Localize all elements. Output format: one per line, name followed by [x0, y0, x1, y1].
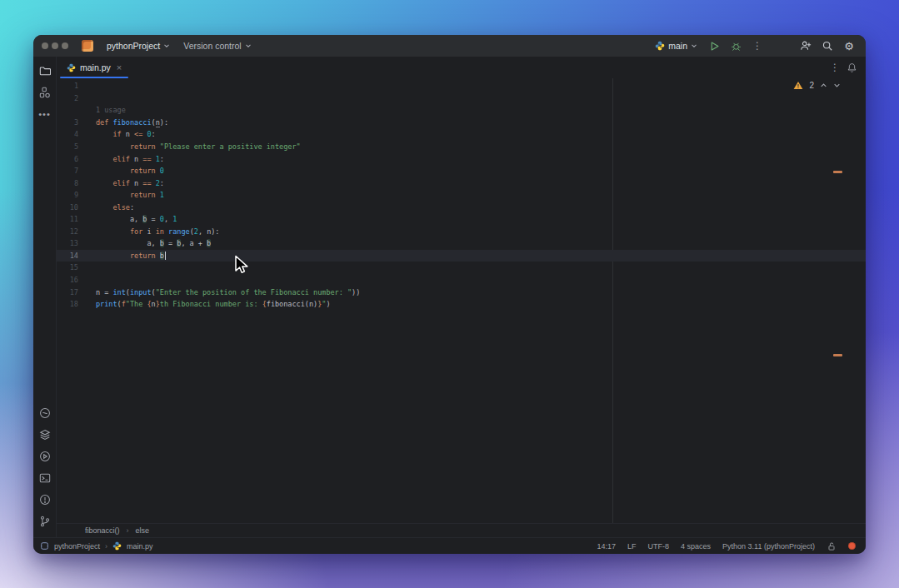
bell-icon[interactable]	[847, 62, 857, 73]
breadcrumb-separator: ›	[127, 526, 129, 535]
breadcrumb-item-fibonacci[interactable]: fibonacci()	[85, 526, 120, 535]
structure-toolwindow-button[interactable]	[36, 83, 54, 102]
line-number[interactable]: 8	[57, 179, 78, 187]
code-line[interactable]: 7 return 0	[57, 165, 866, 177]
code-line[interactable]: 5 return "Please enter a positive intege…	[57, 141, 866, 153]
more-toolwindows-button[interactable]: •••	[36, 105, 54, 123]
python-packages-toolwindow-button[interactable]	[36, 426, 54, 444]
ide-error-badge[interactable]	[848, 542, 856, 550]
line-number[interactable]: 14	[57, 252, 78, 260]
code-line[interactable]: 8 elif n == 2:	[57, 177, 866, 189]
line-number[interactable]: 15	[57, 263, 78, 272]
line-separator-widget[interactable]: LF	[627, 542, 637, 551]
code-token: print	[96, 300, 117, 308]
window-zoom-button[interactable]	[62, 42, 68, 49]
chevron-up-icon[interactable]	[820, 82, 827, 89]
code-token: =	[164, 239, 177, 247]
python-console-toolwindow-button[interactable]	[36, 404, 54, 422]
code-token	[96, 130, 112, 138]
code-line[interactable]: 3def fibonacci(n):	[57, 117, 866, 129]
code-line[interactable]: 9 return 1	[57, 189, 866, 202]
line-number[interactable]: 18	[57, 300, 78, 308]
line-number[interactable]: 6	[57, 155, 78, 163]
code-line[interactable]: 15	[57, 262, 866, 274]
code-line[interactable]: 2	[57, 92, 866, 105]
tab-main-py[interactable]: main.py ×	[60, 57, 128, 78]
code-line[interactable]: 6 elif n == 1:	[57, 152, 866, 165]
python-logo-icon	[112, 541, 122, 551]
add-user-button[interactable]	[797, 37, 814, 54]
code-token	[96, 179, 112, 187]
inlay-hint-row[interactable]: 1 usage	[57, 104, 866, 117]
line-number[interactable]: 4	[57, 130, 78, 138]
code-token: if	[112, 130, 121, 138]
code-line[interactable]: 11 a, b = 0, 1	[57, 213, 866, 226]
code-line[interactable]: 17n = int(input("Enter the position of t…	[57, 286, 866, 298]
terminal-toolwindow-button[interactable]	[36, 469, 54, 487]
line-number[interactable]: 16	[57, 276, 78, 284]
code-token: (	[152, 118, 156, 127]
scrollbar-warning-mark[interactable]	[833, 354, 842, 356]
statusbar-project[interactable]: pythonProject	[54, 542, 100, 551]
code-line[interactable]: 18print(f"The {n}th Fibonacci number is:…	[57, 298, 866, 311]
services-toolwindow-button[interactable]	[36, 447, 54, 466]
search-everywhere-button[interactable]	[819, 37, 836, 54]
line-number[interactable]: 3	[57, 118, 78, 127]
code-line[interactable]: 4 if n <= 0:	[57, 128, 866, 141]
tab-options-button[interactable]: ⋮	[830, 62, 840, 72]
encoding-widget[interactable]: UTF-8	[648, 542, 670, 551]
debug-button[interactable]	[727, 37, 744, 54]
line-number[interactable]: 5	[57, 142, 78, 151]
settings-button[interactable]: ⚙	[841, 37, 857, 54]
version-control-toolwindow-button[interactable]	[36, 512, 54, 531]
run-configuration-selector[interactable]: main	[652, 39, 701, 52]
window-minimize-button[interactable]	[52, 42, 58, 49]
statusbar-file[interactable]: main.py	[127, 542, 153, 551]
code-editor[interactable]: 121 usage3def fibonacci(n):4 if n <= 0:5…	[57, 78, 866, 523]
run-button[interactable]	[706, 37, 722, 54]
chevron-down-icon	[163, 42, 170, 49]
window-close-button[interactable]	[42, 42, 48, 49]
code-token	[96, 252, 130, 260]
caret-position-widget[interactable]: 14:17	[597, 542, 617, 551]
project-selector[interactable]: pythonProject	[102, 38, 175, 53]
interpreter-widget[interactable]: Python 3.11 (pythonProject)	[722, 542, 815, 551]
run-config-name: main	[668, 41, 687, 51]
more-actions-button[interactable]: ⋮	[749, 37, 766, 54]
tabbar-right: ⋮	[830, 57, 866, 78]
ide-window: pythonProject Version control main	[33, 35, 866, 554]
text-caret	[165, 252, 166, 260]
line-number[interactable]: 1	[57, 82, 78, 90]
project-toolwindow-button[interactable]	[36, 62, 54, 80]
code-token: return	[130, 191, 156, 199]
chevron-down-icon[interactable]	[833, 82, 841, 89]
main-area: •••	[33, 57, 866, 537]
vcs-widget[interactable]: Version control	[178, 38, 256, 53]
code-line[interactable]: 10 else:	[57, 201, 866, 213]
line-number[interactable]: 13	[57, 239, 78, 247]
breadcrumb-item-else[interactable]: else	[136, 526, 150, 535]
indent-widget[interactable]: 4 spaces	[681, 542, 711, 551]
debug-icon	[731, 41, 742, 52]
scrollbar-warning-mark[interactable]	[833, 171, 842, 173]
inspection-widget[interactable]: 2	[793, 81, 841, 90]
problems-toolwindow-button[interactable]	[36, 491, 54, 509]
code-line[interactable]: 12 for i in range(2, n):	[57, 226, 866, 238]
lock-icon[interactable]	[827, 541, 837, 551]
line-number[interactable]: 11	[57, 215, 78, 223]
line-number[interactable]: 9	[57, 191, 78, 199]
line-number[interactable]: 10	[57, 203, 78, 212]
code-line[interactable]: 13 a, b = b, a + b	[57, 237, 866, 250]
line-number[interactable]: 12	[57, 227, 78, 236]
code-line[interactable]: 14 return b	[57, 250, 866, 262]
code-token: b	[207, 239, 211, 247]
line-number[interactable]: 7	[57, 167, 78, 175]
code-token: :	[160, 179, 164, 187]
line-number[interactable]: 17	[57, 288, 78, 296]
close-icon[interactable]: ×	[117, 62, 122, 72]
line-number[interactable]: 2	[57, 94, 78, 102]
usage-inlay-hint[interactable]: 1 usage	[96, 106, 126, 114]
code-line[interactable]: 1	[57, 80, 866, 92]
code-line[interactable]: 16	[57, 274, 866, 287]
code-token	[96, 191, 130, 199]
